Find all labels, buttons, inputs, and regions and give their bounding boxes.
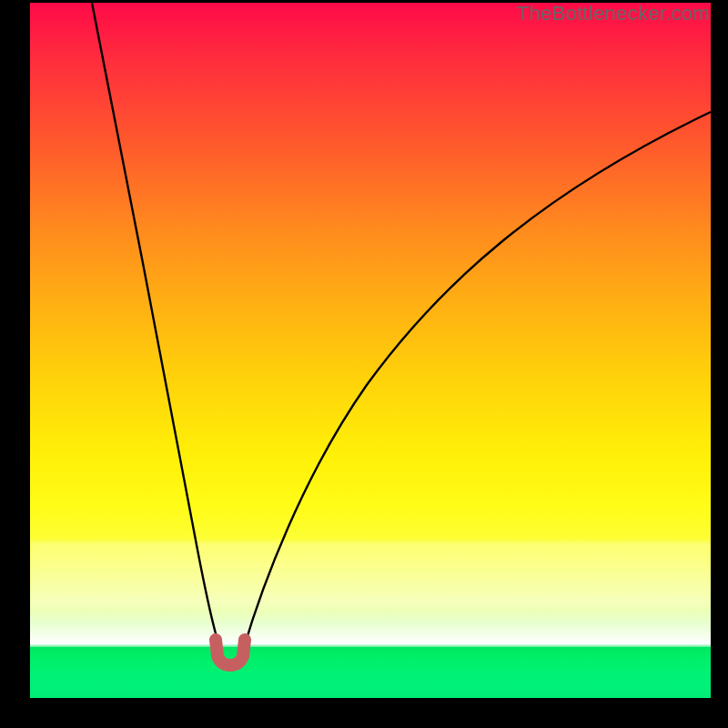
watermark-text: TheBottlenecker.com [517, 2, 710, 25]
curve-left-branch [92, 3, 221, 651]
bottleneck-curve [30, 3, 711, 698]
min-marker [216, 640, 245, 665]
chart-frame [30, 3, 711, 698]
curve-right-branch [243, 112, 711, 651]
